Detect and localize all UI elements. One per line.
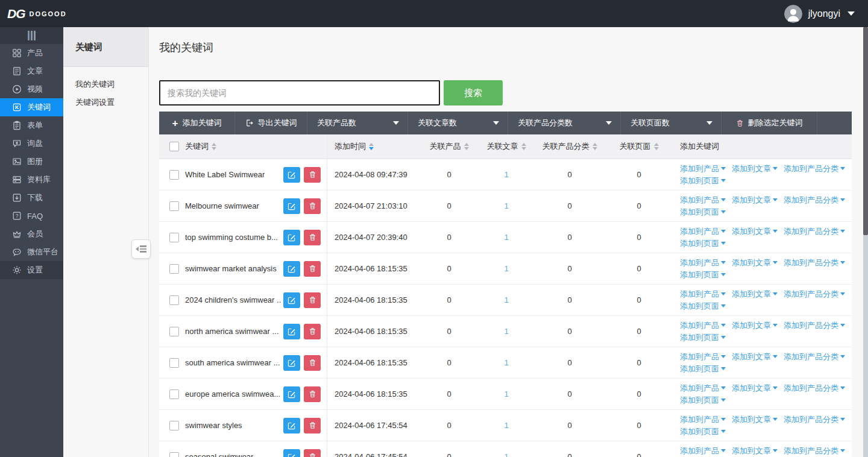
sidebar-item-article[interactable]: 文章: [0, 62, 63, 80]
add-to-page-link[interactable]: 添加到页面: [680, 269, 726, 280]
add-to-page-link[interactable]: 添加到页面: [680, 363, 726, 374]
sort-icon[interactable]: [464, 143, 469, 150]
header-art[interactable]: 关联文章: [476, 134, 536, 159]
sort-icon[interactable]: [593, 143, 597, 150]
edit-button[interactable]: [283, 167, 300, 183]
related-articles-count[interactable]: 1: [504, 327, 508, 336]
delete-button[interactable]: [304, 167, 321, 183]
add-to-product-link[interactable]: 添加到产品: [680, 163, 726, 174]
panel-collapse-button[interactable]: [131, 239, 151, 259]
sidebar-item-library[interactable]: 资料库: [0, 171, 63, 189]
add-to-article-link[interactable]: 添加到文章: [732, 163, 778, 174]
add-to-product-link[interactable]: 添加到产品: [680, 445, 726, 456]
add-to-product-category-link[interactable]: 添加到产品分类: [784, 414, 845, 425]
add-to-product-category-link[interactable]: 添加到产品分类: [784, 194, 845, 206]
delete-button[interactable]: [304, 198, 321, 214]
row-checkbox[interactable]: [169, 327, 179, 336]
vertical-scrollbar[interactable]: [863, 27, 868, 457]
sort-icon[interactable]: [654, 143, 659, 150]
edit-button[interactable]: [283, 324, 300, 339]
related-articles-count[interactable]: 1: [504, 264, 508, 273]
toolbar-dropdown-2[interactable]: 关联产品分类数: [508, 112, 621, 134]
sort-icon[interactable]: [521, 143, 526, 150]
row-checkbox[interactable]: [169, 295, 179, 305]
user-menu[interactable]: jlyongyi: [784, 5, 868, 23]
delete-button[interactable]: [304, 449, 321, 457]
sidebar-item-product[interactable]: 产品: [0, 44, 63, 62]
row-checkbox[interactable]: [169, 421, 179, 430]
delete-button[interactable]: [304, 324, 321, 339]
delete-button[interactable]: [304, 355, 321, 371]
sidebar-item-form[interactable]: 表单: [0, 116, 63, 134]
delete-button[interactable]: [304, 418, 321, 433]
add-to-article-link[interactable]: 添加到文章: [732, 257, 778, 268]
scrollbar-thumb[interactable]: [863, 27, 868, 235]
row-checkbox[interactable]: [169, 264, 179, 274]
add-to-page-link[interactable]: 添加到页面: [680, 238, 726, 249]
header-page[interactable]: 关联页面: [603, 134, 675, 159]
select-all-checkbox[interactable]: [169, 142, 179, 151]
add-to-product-link[interactable]: 添加到产品: [680, 257, 726, 268]
delete-button[interactable]: [304, 230, 321, 245]
edit-button[interactable]: [283, 449, 300, 457]
edit-button[interactable]: [283, 261, 300, 277]
add-to-article-link[interactable]: 添加到文章: [732, 414, 778, 425]
add-to-page-link[interactable]: 添加到页面: [680, 394, 726, 406]
sort-icon[interactable]: [212, 143, 216, 150]
sidebar-item-download[interactable]: 下载: [0, 189, 63, 207]
add-to-product-link[interactable]: 添加到产品: [680, 351, 726, 362]
row-checkbox[interactable]: [169, 170, 179, 180]
add-to-article-link[interactable]: 添加到文章: [732, 288, 778, 300]
add-to-page-link[interactable]: 添加到页面: [680, 332, 726, 343]
add-to-article-link[interactable]: 添加到文章: [732, 351, 778, 362]
related-articles-count[interactable]: 1: [504, 201, 508, 210]
related-articles-count[interactable]: 1: [504, 452, 508, 457]
edit-button[interactable]: [283, 355, 300, 371]
delete-button[interactable]: [304, 292, 321, 308]
related-articles-count[interactable]: 1: [504, 389, 508, 399]
add-to-article-link[interactable]: 添加到文章: [732, 320, 778, 331]
add-to-page-link[interactable]: 添加到页面: [680, 175, 726, 186]
row-checkbox[interactable]: [169, 358, 179, 368]
sidebar-collapse-button[interactable]: [0, 27, 63, 44]
add-to-page-link[interactable]: 添加到页面: [680, 206, 726, 218]
add-to-article-link[interactable]: 添加到文章: [732, 445, 778, 456]
sidebar-item-inquiry[interactable]: 询盘: [0, 134, 63, 153]
sidebar-item-album[interactable]: 图册: [0, 153, 63, 171]
add-to-product-category-link[interactable]: 添加到产品分类: [784, 351, 845, 362]
related-articles-count[interactable]: 1: [504, 170, 508, 179]
delete-button[interactable]: [304, 386, 321, 402]
add-to-product-link[interactable]: 添加到产品: [680, 414, 726, 425]
add-to-article-link[interactable]: 添加到文章: [732, 194, 778, 206]
header-prod[interactable]: 关联产品: [422, 134, 476, 159]
edit-button[interactable]: [283, 418, 300, 433]
sort-icon[interactable]: [369, 143, 374, 150]
add-to-article-link[interactable]: 添加到文章: [732, 225, 778, 237]
row-checkbox[interactable]: [169, 201, 179, 211]
sidebar-item-settings[interactable]: 设置: [0, 261, 63, 279]
delete-selected-button[interactable]: 删除选定关键词: [722, 112, 817, 134]
add-keyword-button[interactable]: + 添加关键词: [159, 112, 235, 134]
sidebar-item-faq[interactable]: ?FAQ: [0, 207, 63, 225]
add-to-product-category-link[interactable]: 添加到产品分类: [784, 288, 845, 300]
row-checkbox[interactable]: [169, 452, 179, 457]
sidebar-item-member[interactable]: 会员: [0, 225, 63, 243]
header-cat[interactable]: 关联产品分类: [536, 134, 603, 159]
add-to-page-link[interactable]: 添加到页面: [680, 300, 726, 312]
subsidebar-item-my-keywords[interactable]: 我的关键词: [63, 75, 148, 93]
add-to-product-category-link[interactable]: 添加到产品分类: [784, 320, 845, 331]
header-time[interactable]: 添加时间: [327, 134, 422, 159]
toolbar-dropdown-1[interactable]: 关联文章数: [408, 112, 508, 134]
edit-button[interactable]: [283, 198, 300, 214]
export-keyword-button[interactable]: 导出关键词: [235, 112, 307, 134]
add-to-product-category-link[interactable]: 添加到产品分类: [784, 225, 845, 237]
header-kw[interactable]: 关键词: [185, 134, 327, 159]
add-to-product-link[interactable]: 添加到产品: [680, 288, 726, 300]
add-to-product-category-link[interactable]: 添加到产品分类: [784, 382, 845, 394]
add-to-product-link[interactable]: 添加到产品: [680, 320, 726, 331]
related-articles-count[interactable]: 1: [504, 358, 508, 367]
toolbar-dropdown-0[interactable]: 关联产品数: [307, 112, 408, 134]
add-to-product-link[interactable]: 添加到产品: [680, 225, 726, 237]
related-articles-count[interactable]: 1: [504, 421, 508, 430]
search-input[interactable]: [159, 80, 440, 106]
